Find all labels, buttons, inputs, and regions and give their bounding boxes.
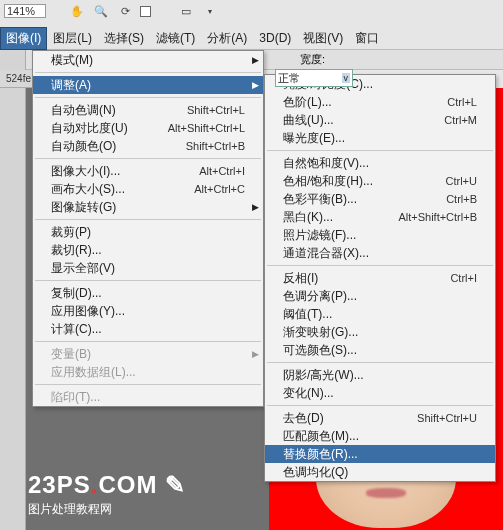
menu-item[interactable]: 色阶(L)...Ctrl+L <box>265 93 495 111</box>
menu-item-label: 模式(M) <box>51 52 93 69</box>
tool-strip[interactable] <box>0 50 26 530</box>
menu-separator <box>267 150 493 151</box>
menu-item-label: 应用数据组(L)... <box>51 364 136 381</box>
menu-item[interactable]: 裁剪(P) <box>33 223 263 241</box>
menu-item[interactable]: 阴影/高光(W)... <box>265 366 495 384</box>
menu-item[interactable]: 可选颜色(S)... <box>265 341 495 359</box>
menu-item[interactable]: 替换颜色(R)... <box>265 445 495 463</box>
menu-item[interactable]: 色调分离(P)... <box>265 287 495 305</box>
menubar-item-4[interactable]: 分析(A) <box>201 27 253 50</box>
menu-item[interactable]: 照片滤镜(F)... <box>265 226 495 244</box>
menu-item[interactable]: 反相(I)Ctrl+I <box>265 269 495 287</box>
menu-item-label: 去色(D) <box>283 410 324 427</box>
menubar-item-2[interactable]: 选择(S) <box>98 27 150 50</box>
menu-item-shortcut: Ctrl+B <box>446 193 477 205</box>
menu-item-shortcut: Shift+Ctrl+L <box>187 104 245 116</box>
menu-item-label: 曲线(U)... <box>283 112 334 129</box>
menubar-item-0[interactable]: 图像(I) <box>0 27 47 50</box>
menu-item-label: 曝光度(E)... <box>283 130 345 147</box>
hand-icon[interactable]: ✋ <box>68 2 86 20</box>
menu-item[interactable]: 色相/饱和度(H)...Ctrl+U <box>265 172 495 190</box>
mode-select[interactable]: 正常 v <box>275 69 353 87</box>
menu-item-shortcut: Shift+Ctrl+U <box>417 412 477 424</box>
screen-mode-icon[interactable]: ▭ <box>177 2 195 20</box>
menu-item-label: 应用图像(Y)... <box>51 303 125 320</box>
top-toolbar: 141% ✋ 🔍 ⟳ ▭ ▾ <box>0 0 503 22</box>
rotate-icon[interactable]: ⟳ <box>116 2 134 20</box>
menu-item[interactable]: 曲线(U)...Ctrl+M <box>265 111 495 129</box>
menu-separator <box>267 265 493 266</box>
menu-item-label: 阴影/高光(W)... <box>283 367 364 384</box>
menu-separator <box>35 97 261 98</box>
menu-separator <box>35 341 261 342</box>
menu-item[interactable]: 黑白(K)...Alt+Shift+Ctrl+B <box>265 208 495 226</box>
menu-item-label: 变量(B) <box>51 346 91 363</box>
width-label: 宽度: <box>300 52 325 67</box>
menu-item[interactable]: 调整(A)▶ <box>33 76 263 94</box>
menubar-item-5[interactable]: 3D(D) <box>253 28 297 48</box>
toolbar-checkbox-1[interactable] <box>140 6 151 17</box>
menu-item-label: 复制(D)... <box>51 285 102 302</box>
menu-item[interactable]: 曝光度(E)... <box>265 129 495 147</box>
menu-item[interactable]: 通道混合器(X)... <box>265 244 495 262</box>
menu-item-label: 陷印(T)... <box>51 389 100 406</box>
menu-item: 应用数据组(L)... <box>33 363 263 381</box>
logo-text-1: 23PS <box>28 471 91 498</box>
menu-item-shortcut: Ctrl+I <box>450 272 477 284</box>
dropdown-caret-icon[interactable]: ▾ <box>201 2 219 20</box>
menu-item-label: 可选颜色(S)... <box>283 342 357 359</box>
menu-item-label: 反相(I) <box>283 270 318 287</box>
menubar-item-6[interactable]: 视图(V) <box>297 27 349 50</box>
menu-item[interactable]: 显示全部(V) <box>33 259 263 277</box>
menu-item-shortcut: Alt+Ctrl+C <box>194 183 245 195</box>
menu-item[interactable]: 自动色调(N)Shift+Ctrl+L <box>33 101 263 119</box>
menu-item[interactable]: 计算(C)... <box>33 320 263 338</box>
menubar-item-1[interactable]: 图层(L) <box>47 27 98 50</box>
menu-item[interactable]: 变化(N)... <box>265 384 495 402</box>
menu-separator <box>35 72 261 73</box>
chevron-down-icon: v <box>342 73 351 83</box>
menu-item-shortcut: Alt+Ctrl+I <box>199 165 245 177</box>
menu-item-label: 色彩平衡(B)... <box>283 191 357 208</box>
menu-item[interactable]: 自然饱和度(V)... <box>265 154 495 172</box>
menu-item[interactable]: 匹配颜色(M)... <box>265 427 495 445</box>
menu-item[interactable]: 模式(M)▶ <box>33 51 263 69</box>
pencil-icon: ✎ <box>165 471 186 498</box>
menu-item-label: 黑白(K)... <box>283 209 333 226</box>
menu-item-label: 图像大小(I)... <box>51 163 120 180</box>
zoom-level[interactable]: 141% <box>4 4 46 18</box>
menu-item-label: 渐变映射(G)... <box>283 324 358 341</box>
menu-item[interactable]: 自动颜色(O)Shift+Ctrl+B <box>33 137 263 155</box>
menubar-item-7[interactable]: 窗口 <box>349 27 385 50</box>
menu-item[interactable]: 去色(D)Shift+Ctrl+U <box>265 409 495 427</box>
menu-item-label: 替换颜色(R)... <box>283 446 358 463</box>
menu-item-label: 裁切(R)... <box>51 242 102 259</box>
menu-item-label: 自动对比度(U) <box>51 120 128 137</box>
zoom-icon[interactable]: 🔍 <box>92 2 110 20</box>
menu-item[interactable]: 色调均化(Q) <box>265 463 495 481</box>
menu-item-label: 图像旋转(G) <box>51 199 116 216</box>
menu-item[interactable]: 复制(D)... <box>33 284 263 302</box>
menu-separator <box>35 158 261 159</box>
menu-separator <box>267 362 493 363</box>
menu-item-label: 画布大小(S)... <box>51 181 125 198</box>
menu-item[interactable]: 自动对比度(U)Alt+Shift+Ctrl+L <box>33 119 263 137</box>
menu-item[interactable]: 应用图像(Y)... <box>33 302 263 320</box>
menu-item[interactable]: 色彩平衡(B)...Ctrl+B <box>265 190 495 208</box>
menu-item[interactable]: 阈值(T)... <box>265 305 495 323</box>
menu-item[interactable]: 渐变映射(G)... <box>265 323 495 341</box>
menubar: 图像(I)图层(L)选择(S)滤镜(T)分析(A)3D(D)视图(V)窗口 <box>0 28 503 48</box>
image-menu-dropdown: 模式(M)▶调整(A)▶自动色调(N)Shift+Ctrl+L自动对比度(U)A… <box>32 50 264 407</box>
submenu-arrow-icon: ▶ <box>252 55 259 65</box>
menubar-item-3[interactable]: 滤镜(T) <box>150 27 201 50</box>
menu-item[interactable]: 画布大小(S)...Alt+Ctrl+C <box>33 180 263 198</box>
menu-item[interactable]: 图像大小(I)...Alt+Ctrl+I <box>33 162 263 180</box>
menu-item-shortcut: Ctrl+U <box>446 175 477 187</box>
logo-subtitle: 图片处理教程网 <box>28 501 186 518</box>
menu-item-label: 调整(A) <box>51 77 91 94</box>
menu-item[interactable]: 裁切(R)... <box>33 241 263 259</box>
menu-item[interactable]: 图像旋转(G)▶ <box>33 198 263 216</box>
menu-separator <box>35 219 261 220</box>
menu-item-label: 色相/饱和度(H)... <box>283 173 373 190</box>
submenu-arrow-icon: ▶ <box>252 349 259 359</box>
